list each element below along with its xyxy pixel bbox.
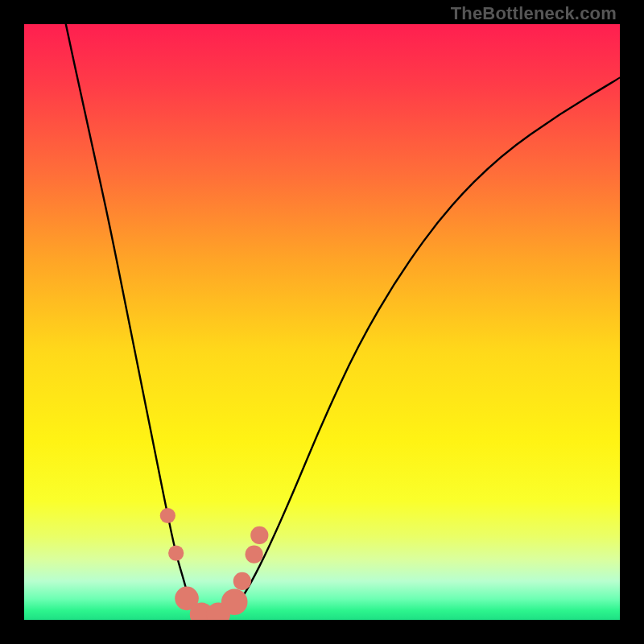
data-marker [233,572,251,590]
data-markers [160,508,269,620]
plot-area [24,24,620,620]
chart-frame: TheBottleneck.com [0,0,644,644]
curve-layer [24,24,620,620]
watermark-text: TheBottleneck.com [451,3,617,24]
data-marker [250,526,268,544]
bottleneck-curve [66,24,620,620]
data-marker [246,546,263,564]
data-marker [221,589,248,616]
data-marker [168,546,184,561]
data-marker [160,508,175,523]
